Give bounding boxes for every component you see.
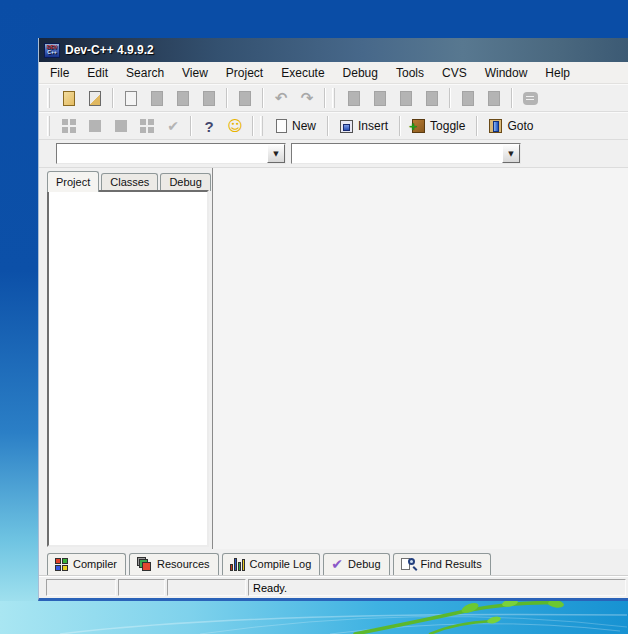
compiler-combo[interactable]: ▼ <box>56 143 286 164</box>
new-file-icon <box>63 91 75 106</box>
toggle-button[interactable]: + Toggle <box>405 114 472 138</box>
compiler-icon <box>55 558 68 571</box>
toolbar-grip[interactable] <box>47 88 50 108</box>
menu-cvs[interactable]: CVS <box>433 63 476 83</box>
toolbar-grip[interactable] <box>332 88 335 108</box>
menu-tools[interactable]: Tools <box>387 63 433 83</box>
compiler-combo-dropdown-button[interactable]: ▼ <box>267 144 285 163</box>
close-button <box>196 86 222 110</box>
undo-icon-disabled: ↶ <box>275 89 288 107</box>
save-all-button <box>170 86 196 110</box>
open-file-button[interactable] <box>82 86 108 110</box>
resources-icon <box>137 557 152 572</box>
project-options-icon-disabled <box>140 119 154 133</box>
tab-debug-label: Debug <box>348 558 380 570</box>
redo-icon-disabled: ↷ <box>301 89 314 107</box>
separator <box>324 88 326 108</box>
stop-icon-disabled <box>488 91 500 106</box>
save-icon <box>125 91 137 106</box>
chevron-down-icon: ▼ <box>273 150 278 158</box>
check-icon-disabled: ✔ <box>167 118 179 134</box>
tab-compiler[interactable]: Compiler <box>47 553 126 575</box>
separator <box>476 116 478 136</box>
left-panel-tabs: Project Classes Debug <box>47 168 209 191</box>
toolbar-main: ↶ ↷ <box>39 84 628 112</box>
separator <box>449 88 451 108</box>
close-icon-disabled <box>203 91 215 106</box>
menu-project[interactable]: Project <box>217 63 272 83</box>
desktop-wallpaper <box>0 601 628 634</box>
print-icon-disabled <box>239 91 251 106</box>
open-project-button <box>82 114 108 138</box>
menu-file[interactable]: File <box>41 63 78 83</box>
stop-execution-button <box>481 86 507 110</box>
project-options-button <box>134 114 160 138</box>
separator <box>112 88 114 108</box>
about-button[interactable]: ☺ <box>222 114 248 138</box>
goto-button-label: Goto <box>507 119 533 133</box>
new-button[interactable]: New <box>269 114 323 138</box>
project-tree[interactable] <box>47 190 209 547</box>
class-combo[interactable]: ▼ <box>291 143 521 164</box>
window-title: Dev-C++ 4.9.9.2 <box>65 43 154 57</box>
toolbar-combos: ▼ ▼ <box>39 140 628 168</box>
menu-window[interactable]: Window <box>476 63 537 83</box>
devcpp-window: DEV C++ Dev-C++ 4.9.9.2 File Edit Search… <box>38 38 628 601</box>
save-as-icon-disabled <box>151 91 163 106</box>
new-file-button[interactable] <box>56 86 82 110</box>
wallpaper-sprout-graphic <box>0 601 628 634</box>
menu-search[interactable]: Search <box>117 63 173 83</box>
toolbar-grip[interactable] <box>260 116 263 136</box>
status-message: Ready. <box>248 579 626 596</box>
tab-resources-label: Resources <box>157 558 210 570</box>
tab-compiler-label: Compiler <box>73 558 117 570</box>
print-button <box>232 86 258 110</box>
save-as-button <box>144 86 170 110</box>
check-syntax-button: ✔ <box>160 114 186 138</box>
tab-compile-log-label: Compile Log <box>250 558 312 570</box>
tab-project[interactable]: Project <box>47 171 99 192</box>
run-button <box>367 86 393 110</box>
separator <box>252 116 254 136</box>
separator <box>399 116 401 136</box>
menu-debug[interactable]: Debug <box>334 63 387 83</box>
find-results-icon <box>401 557 416 572</box>
menu-help[interactable]: Help <box>536 63 579 83</box>
menu-bar: File Edit Search View Project Execute De… <box>39 62 628 84</box>
debug-button <box>455 86 481 110</box>
save-all-icon-disabled <box>177 91 189 106</box>
rebuild-button <box>419 86 445 110</box>
compile-icon-disabled <box>348 91 360 106</box>
insert-button[interactable]: Insert <box>333 114 395 138</box>
title-bar[interactable]: DEV C++ Dev-C++ 4.9.9.2 <box>39 38 628 62</box>
status-bar: Ready. <box>39 576 628 598</box>
left-panel: Project Classes Debug <box>39 168 209 549</box>
menu-edit[interactable]: Edit <box>78 63 117 83</box>
class-combo-dropdown-button[interactable]: ▼ <box>502 144 520 163</box>
compile-button <box>341 86 367 110</box>
goto-button[interactable]: Goto <box>482 114 540 138</box>
menu-execute[interactable]: Execute <box>272 63 333 83</box>
tab-compile-log[interactable]: Compile Log <box>222 553 321 575</box>
tab-debug-report[interactable]: ✔ Debug <box>323 553 389 575</box>
open-project-icon-disabled <box>89 120 101 132</box>
content-area: Project Classes Debug <box>39 168 628 549</box>
run-icon-disabled <box>374 91 386 106</box>
open-file-icon <box>89 91 101 106</box>
help-icon: ? <box>204 118 213 135</box>
chevron-down-icon: ▼ <box>508 150 513 158</box>
tab-debug[interactable]: Debug <box>160 173 210 191</box>
compiler-combo-value <box>57 144 267 163</box>
new-page-icon <box>276 119 287 133</box>
tab-classes[interactable]: Classes <box>101 173 158 191</box>
app-icon: DEV C++ <box>44 43 60 58</box>
insert-icon <box>340 120 353 133</box>
tab-resources[interactable]: Resources <box>129 553 219 575</box>
save-button[interactable] <box>118 86 144 110</box>
tab-find-results[interactable]: Find Results <box>393 553 491 575</box>
help-button[interactable]: ? <box>196 114 222 138</box>
save-project-button <box>108 114 134 138</box>
toolbar-grip[interactable] <box>47 116 50 136</box>
menu-view[interactable]: View <box>173 63 217 83</box>
smiley-icon: ☺ <box>227 117 243 135</box>
